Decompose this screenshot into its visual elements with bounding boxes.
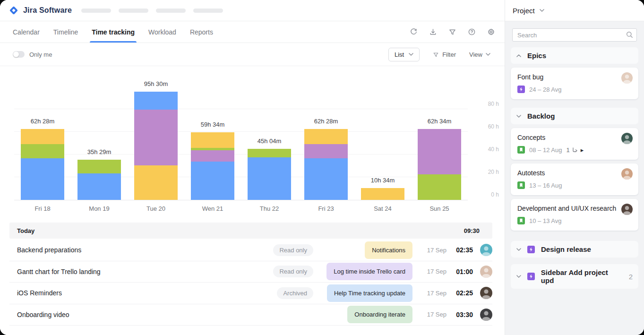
tab-calendar[interactable]: Calendar bbox=[13, 21, 40, 43]
avatar bbox=[480, 287, 492, 299]
task-row[interactable]: Onboarding videoOnboarding iterate17 Sep… bbox=[9, 304, 492, 326]
stacked-bar-thu-22[interactable] bbox=[248, 149, 291, 200]
header-skeleton bbox=[156, 9, 186, 13]
project-dropdown-label: Project bbox=[513, 7, 535, 15]
section-label: Epics bbox=[527, 52, 546, 60]
avatar bbox=[621, 204, 633, 215]
task-date: 17 Sep bbox=[412, 268, 447, 275]
avatar bbox=[480, 309, 492, 321]
x-axis-label: Sat 24 bbox=[354, 205, 411, 212]
task-tag-chip[interactable]: Notifications bbox=[365, 241, 412, 259]
help-icon[interactable] bbox=[467, 28, 476, 36]
bar-segment-blue bbox=[134, 92, 177, 110]
sidebar-section-header-epics[interactable]: Epics bbox=[511, 47, 638, 64]
stacked-bar-mon-19[interactable] bbox=[77, 160, 120, 200]
bar-total-label: 62h 28m bbox=[286, 118, 366, 125]
stacked-bar-wen-21[interactable] bbox=[191, 132, 234, 200]
bookmark-badge-icon bbox=[517, 146, 525, 154]
tab-workload[interactable]: Workload bbox=[148, 21, 176, 43]
y-axis-tick: 40 h bbox=[472, 146, 499, 153]
subtask-count: 1 ▸ bbox=[566, 146, 584, 154]
sidebar-section-header-sidebar-add-project-upd[interactable]: Sidebar Add project upd2 bbox=[511, 264, 638, 289]
task-list: Backend preparationsRead onlyNotificatio… bbox=[9, 240, 492, 326]
sidebar-section-header-backlog[interactable]: Backlog bbox=[511, 108, 638, 124]
card-date-range: 10 – 13 Avg bbox=[529, 217, 561, 224]
task-row[interactable]: Gantt chart for Trello landingRead onlyL… bbox=[9, 261, 492, 283]
task-logged-time: 02:25 bbox=[447, 289, 473, 297]
task-tag-chip[interactable]: Help Time tracking update bbox=[327, 284, 412, 302]
sidebar: Project EpicsFont bug24 – 28 AvgBacklogC… bbox=[505, 0, 644, 335]
sidebar-card[interactable]: Autotests13 – 16 Aug bbox=[511, 163, 638, 195]
filter-button[interactable]: Filter bbox=[433, 51, 456, 58]
bar-segment-green bbox=[77, 160, 120, 173]
tab-time-tracking[interactable]: Time tracking bbox=[92, 21, 135, 43]
task-row[interactable]: Backend preparationsRead onlyNotificatio… bbox=[9, 240, 492, 261]
jira-logo-icon bbox=[9, 5, 19, 16]
section-label: Backlog bbox=[527, 112, 555, 120]
card-date-range: 08 – 12 Aug bbox=[529, 146, 562, 154]
task-name: Backend preparations bbox=[17, 246, 81, 254]
bolt-badge-icon bbox=[527, 246, 535, 253]
chart-bar-cell: 45h 04m bbox=[241, 87, 298, 200]
avatar bbox=[621, 72, 633, 84]
expand-triangle-icon: ▸ bbox=[581, 146, 584, 154]
view-dropdown[interactable]: View bbox=[469, 51, 490, 58]
download-icon[interactable] bbox=[429, 28, 437, 36]
task-date: 17 Sep bbox=[412, 290, 447, 297]
x-axis-label: Sun 25 bbox=[411, 205, 468, 212]
stacked-bar-tue-20[interactable] bbox=[134, 92, 177, 200]
task-name: iOS Reminders bbox=[17, 289, 62, 297]
status-badge: Read only bbox=[273, 266, 313, 277]
tag-column: Help Time tracking update bbox=[325, 284, 412, 302]
stacked-bar-fri-23[interactable] bbox=[304, 129, 347, 200]
refresh-icon[interactable] bbox=[409, 28, 418, 36]
toolbar-right: List Filter View bbox=[388, 48, 490, 61]
tab-reports[interactable]: Reports bbox=[190, 21, 213, 43]
bar-segment-yellow bbox=[304, 129, 347, 144]
search-input[interactable] bbox=[512, 28, 637, 42]
bolt-icon bbox=[529, 274, 533, 279]
stacked-bar-fri-18[interactable] bbox=[21, 129, 64, 200]
tab-actions bbox=[409, 21, 495, 43]
stacked-bar-sun-25[interactable] bbox=[418, 129, 461, 200]
bookmark-icon bbox=[519, 218, 524, 223]
sidebar-sections: EpicsFont bug24 – 28 AvgBacklogConcepts0… bbox=[505, 43, 644, 289]
card-meta: 24 – 28 Avg bbox=[517, 86, 632, 93]
only-me-toggle[interactable] bbox=[13, 51, 25, 58]
bar-total-label: 59h 34m bbox=[173, 121, 252, 128]
bolt-badge-icon bbox=[517, 86, 525, 93]
task-logged-time: 02:35 bbox=[447, 246, 473, 254]
filter-icon[interactable] bbox=[448, 28, 456, 36]
tag-column: Notifications bbox=[325, 241, 412, 259]
task-logged-time: 01:00 bbox=[447, 268, 473, 275]
status-badge: Archived bbox=[277, 287, 313, 299]
sidebar-header[interactable]: Project bbox=[505, 0, 644, 21]
bar-total-label: 35h 29m bbox=[60, 148, 139, 155]
sidebar-section-header-design-release[interactable]: Design release bbox=[511, 241, 638, 258]
chevron-down-icon bbox=[516, 115, 521, 118]
sidebar-card[interactable]: Font bug24 – 28 Avg bbox=[511, 68, 638, 99]
tab-timeline[interactable]: Timeline bbox=[53, 21, 78, 43]
x-axis-label: Thu 22 bbox=[241, 205, 298, 212]
today-label: Today bbox=[17, 227, 34, 234]
bar-segment-green bbox=[21, 144, 64, 159]
card-title: Development and UI/UX research bbox=[517, 205, 632, 212]
chart-bars: 62h 28m35h 29m95h 30m59h 34m45h 04m62h 2… bbox=[14, 87, 468, 200]
app-window: Jira Software CalendarTimelineTime track… bbox=[0, 0, 644, 335]
task-tag-chip[interactable]: Onboarding iterate bbox=[347, 306, 412, 323]
header-skeleton bbox=[193, 9, 223, 13]
view-mode-dropdown[interactable]: List bbox=[388, 48, 420, 61]
sidebar-card[interactable]: Development and UI/UX research10 – 13 Av… bbox=[511, 199, 638, 231]
section-gap bbox=[505, 99, 644, 103]
settings-gear-icon[interactable] bbox=[487, 28, 495, 36]
bar-segment-yellow bbox=[134, 165, 177, 200]
person-silhouette bbox=[621, 168, 633, 180]
card-title: Concepts bbox=[517, 134, 632, 141]
stacked-bar-sat-24[interactable] bbox=[361, 188, 404, 200]
task-row[interactable]: iOS RemindersArchivedHelp Time tracking … bbox=[9, 283, 492, 304]
task-tag-chip[interactable]: Log time inside Trello card bbox=[326, 263, 412, 280]
tag-column: Onboarding iterate bbox=[325, 306, 412, 323]
chart-bar-cell: 95h 30m bbox=[128, 87, 184, 200]
bar-segment-yellow bbox=[21, 129, 64, 144]
sidebar-card[interactable]: Concepts08 – 12 Aug1 ▸ bbox=[511, 128, 638, 160]
